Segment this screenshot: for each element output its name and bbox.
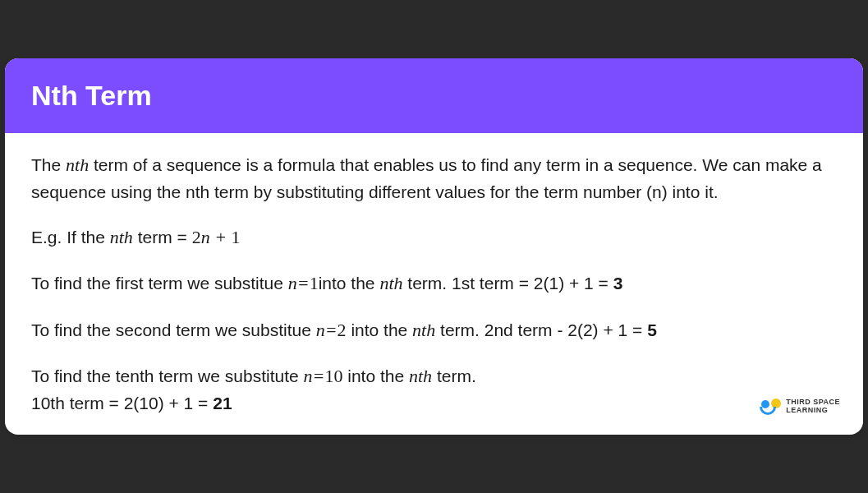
first-term-paragraph: To find the first term we substitue n=1i… bbox=[31, 270, 837, 297]
example-paragraph: E.g. If the nth term = 2n + 1 bbox=[31, 223, 837, 251]
math-sub: n=1 bbox=[288, 273, 319, 293]
result: 3 bbox=[613, 274, 623, 293]
text: term. 2nd term - 2(2) + 1 = bbox=[435, 320, 647, 339]
math-nth: nth bbox=[379, 273, 402, 293]
lesson-card: Nth Term The nth term of a sequence is a… bbox=[5, 58, 863, 435]
second-term-paragraph: To find the second term we substitue n=2… bbox=[31, 316, 837, 344]
text: 10th term = 2(10) + 1 = bbox=[31, 394, 213, 412]
card-title: Nth Term bbox=[31, 80, 837, 112]
logo-text: THIRD SPACE LEARNING bbox=[786, 399, 840, 415]
text: The bbox=[31, 155, 66, 174]
text: into the bbox=[319, 274, 380, 293]
logo-line2: LEARNING bbox=[786, 407, 840, 415]
card-content: The nth term of a sequence is a formula … bbox=[5, 133, 863, 435]
result: 5 bbox=[647, 320, 657, 339]
text: into the bbox=[342, 366, 409, 385]
intro-paragraph: The nth term of a sequence is a formula … bbox=[31, 151, 837, 206]
text: E.g. If the bbox=[31, 228, 110, 246]
math-nth: nth bbox=[412, 320, 435, 340]
logo-icon bbox=[758, 399, 781, 415]
text: term. bbox=[432, 366, 476, 385]
text: into the bbox=[347, 320, 413, 339]
text: To find the first term we substitue bbox=[31, 274, 288, 293]
result: 21 bbox=[213, 394, 232, 412]
card-header: Nth Term bbox=[5, 58, 863, 133]
text: term. 1st term = 2(1) + 1 = bbox=[403, 274, 613, 293]
math-sub: n=2 bbox=[316, 320, 347, 340]
math-nth: nth bbox=[66, 154, 89, 175]
text: term of a sequence is a formula that ena… bbox=[31, 155, 822, 201]
text: To find the tenth term we substitute bbox=[31, 366, 304, 385]
tenth-term-paragraph: To find the tenth term we substitute n=1… bbox=[31, 362, 837, 417]
math-formula: 2n + 1 bbox=[192, 227, 241, 247]
brand-logo: THIRD SPACE LEARNING bbox=[758, 399, 840, 415]
math-sub: n=10 bbox=[304, 366, 343, 386]
math-nth: nth bbox=[409, 366, 432, 386]
math-nth: nth bbox=[110, 227, 133, 247]
text: To find the second term we substitue bbox=[31, 320, 316, 339]
text: term = bbox=[133, 228, 192, 246]
